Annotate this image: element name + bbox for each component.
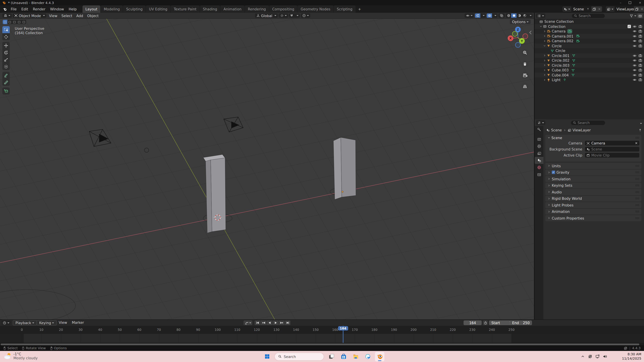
editor-type-button[interactable] — [2, 13, 12, 18]
disable-in-renders-toggle[interactable] — [638, 68, 642, 72]
properties-tab-view-layer[interactable] — [535, 150, 544, 157]
gizmo-axis-neg-x[interactable] — [523, 34, 528, 39]
workspace-tab-compositing[interactable]: Compositing — [269, 5, 297, 13]
properties-tab-tool[interactable] — [535, 126, 544, 133]
play-button[interactable] — [273, 321, 278, 325]
outliner-item-scene-collection[interactable]: Scene Collection — [535, 19, 644, 24]
options-dropdown[interactable]: Options — [510, 19, 531, 24]
disable-in-renders-toggle[interactable] — [638, 58, 642, 62]
move-tool[interactable] — [2, 42, 10, 49]
view-layer-browse-button[interactable] — [606, 6, 614, 12]
weather-widget[interactable]: -1°C Mostly cloudy — [3, 352, 38, 360]
section-units[interactable]: Units — [546, 163, 641, 169]
overlays-dropdown[interactable] — [492, 13, 498, 18]
jump-to-end-button[interactable] — [285, 321, 290, 325]
expand-toggle[interactable] — [543, 39, 546, 42]
workspace-tab-uv-editing[interactable]: UV Editing — [146, 5, 170, 13]
cursor-tool[interactable] — [2, 33, 10, 40]
outliner-item-circle-002[interactable]: Circle.002 — [535, 58, 644, 63]
annotate-tool[interactable] — [2, 72, 10, 79]
hide-in-viewport-toggle[interactable] — [632, 63, 636, 67]
viewport-menu-select[interactable]: Select — [59, 13, 74, 18]
expand-toggle[interactable] — [543, 64, 546, 67]
drag-handle[interactable] — [635, 171, 639, 173]
hide-in-viewport-toggle[interactable] — [632, 29, 636, 33]
show-gizmos-toggle[interactable] — [475, 13, 480, 18]
workspace-tab-geometry-nodes[interactable]: Geometry Nodes — [298, 5, 334, 13]
record-icon[interactable] — [244, 321, 248, 325]
perspective-toggle-button[interactable] — [521, 82, 528, 90]
taskbar-search-input[interactable]: Search — [274, 353, 324, 361]
properties-tab-output[interactable] — [535, 143, 544, 150]
jump-to-start-button[interactable] — [254, 321, 260, 325]
disable-in-renders-toggle[interactable] — [638, 44, 642, 48]
workspace-tab-animation[interactable]: Animation — [220, 5, 244, 13]
blender-menu-logo-icon[interactable] — [3, 7, 7, 11]
viewport-menu-object[interactable]: Object — [85, 13, 100, 18]
section-audio[interactable]: Audio — [546, 189, 641, 195]
workspace-tab-sculpting[interactable]: Sculpting — [123, 5, 146, 13]
minimize-button[interactable]: – — [620, 1, 621, 4]
hide-in-viewport-toggle[interactable] — [632, 44, 636, 48]
select-mode-subtract[interactable] — [12, 20, 17, 24]
edge-app-button[interactable] — [363, 352, 372, 361]
gizmo-axis-y[interactable]: Y — [519, 38, 525, 44]
jump-to-previous-keyframe-button[interactable] — [260, 321, 266, 325]
menu-window[interactable]: Window — [48, 5, 66, 13]
expand-toggle[interactable] — [543, 35, 546, 38]
drag-handle[interactable] — [635, 217, 639, 219]
select-mode-intersect[interactable] — [22, 20, 26, 24]
drag-handle[interactable] — [635, 185, 639, 187]
volume-icon[interactable] — [603, 354, 607, 359]
timeline-area[interactable]: 0102030405060708090100110120130140150160… — [0, 326, 644, 343]
timeline-tracks[interactable] — [0, 334, 644, 343]
gizmo-axis-neg-z[interactable] — [515, 42, 520, 47]
section-keying-sets[interactable]: Keying Sets — [546, 183, 641, 188]
expand-toggle[interactable] — [543, 54, 546, 57]
input-camera[interactable]: Camera — [585, 141, 639, 145]
expand-toggle[interactable] — [543, 59, 546, 62]
solid-shading-button[interactable] — [511, 13, 516, 18]
disable-in-renders-toggle[interactable] — [638, 34, 642, 38]
pivot-point-dropdown[interactable] — [279, 13, 288, 18]
task-view-app-button[interactable] — [327, 352, 336, 361]
add-primitive-tool[interactable] — [2, 87, 10, 94]
proportional-editing-dropdown[interactable] — [301, 13, 310, 18]
store-app-button[interactable] — [339, 352, 348, 361]
current-frame-field[interactable]: 164 — [464, 321, 482, 325]
disable-in-renders-toggle[interactable] — [638, 54, 642, 58]
drag-handle[interactable] — [635, 137, 639, 139]
show-overlays-toggle[interactable] — [487, 13, 492, 18]
workspace-tab-shading[interactable]: Shading — [200, 5, 220, 13]
file-explorer-app-button[interactable] — [351, 352, 360, 361]
collection-checkbox[interactable]: ✓ — [628, 25, 631, 28]
maximize-button[interactable] — [629, 1, 632, 4]
outliner-item-collection[interactable]: Collection✓ — [535, 24, 644, 29]
camera-view-button[interactable] — [521, 72, 528, 79]
workspace-tab-texture-paint[interactable]: Texture Paint — [171, 5, 200, 13]
hide-in-viewport-toggle[interactable] — [632, 24, 636, 28]
workspace-tab-layout[interactable]: Layout — [82, 5, 100, 13]
pan-button[interactable] — [521, 60, 528, 68]
expand-toggle[interactable] — [543, 44, 546, 47]
checkbox-checked[interactable]: ✓ — [552, 171, 555, 174]
mode-dropdown[interactable]: Object Mode — [13, 13, 46, 18]
gizmo-axis-x[interactable]: X — [508, 35, 513, 41]
rendered-shading-button[interactable] — [522, 13, 527, 18]
blender-app-button[interactable] — [375, 352, 384, 361]
hide-in-viewport-toggle[interactable] — [632, 73, 636, 77]
workspace-tab-scripting[interactable]: Scripting — [334, 5, 355, 13]
timeline-menu-marker[interactable]: Marker — [70, 320, 86, 325]
hide-in-viewport-toggle[interactable] — [632, 68, 636, 72]
circle-object-3[interactable] — [0, 290, 76, 320]
object-type-visibility-dropdown[interactable] — [464, 13, 474, 18]
timeline-menu-playback[interactable]: Playback — [13, 320, 37, 326]
taskbar-clock[interactable]: 8:30 AM 11/14/2025 — [622, 352, 641, 361]
remove-view-layer-button[interactable] — [639, 6, 644, 12]
drag-handle[interactable] — [635, 191, 639, 193]
drag-handle[interactable] — [635, 211, 639, 213]
keying-dropdown-caret[interactable] — [249, 322, 251, 323]
properties-tab-render[interactable] — [535, 136, 544, 143]
properties-options-dropdown[interactable] — [639, 121, 642, 125]
timeline-ruler[interactable]: 0102030405060708090100110120130140150160… — [0, 326, 644, 334]
